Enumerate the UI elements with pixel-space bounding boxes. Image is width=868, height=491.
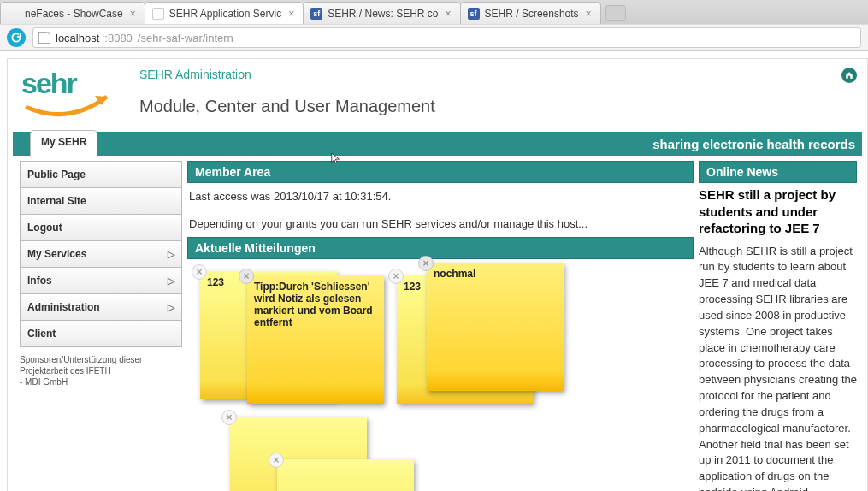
sidebar-item-label: Logout (27, 222, 62, 234)
close-icon[interactable]: × (239, 269, 254, 284)
sidebar: Public PageInternal SiteLogoutMy Service… (20, 161, 182, 491)
close-icon[interactable]: × (128, 8, 138, 20)
close-icon[interactable]: × (418, 256, 434, 271)
browser-tab[interactable]: sf SEHR / News: SEHR co × (303, 2, 460, 24)
app-frame: sehr SEHR Administration Module, Center … (7, 58, 868, 491)
close-icon[interactable]: × (192, 264, 207, 280)
chevron-right-icon: ▷ (168, 275, 174, 287)
browser-tab[interactable]: neFaces - ShowCase × (0, 2, 145, 24)
tab-my-sehr[interactable]: My SEHR (30, 130, 97, 157)
browser-tab[interactable]: sf SEHR / Screenshots × (460, 2, 601, 24)
chevron-right-icon: ▷ (168, 302, 174, 313)
sticky-note[interactable]: × (277, 459, 414, 491)
browser-tab[interactable]: SEHR Application Servic × (145, 2, 304, 24)
close-icon[interactable]: × (286, 8, 296, 20)
admin-link[interactable]: SEHR Administration (139, 68, 435, 81)
favicon: sf (468, 8, 480, 20)
favicon (152, 8, 164, 20)
grants-text: Depending on your grants you can run SEH… (187, 210, 694, 238)
news-body: Although SEHR is still a project run by … (699, 244, 857, 492)
svg-text:sehr: sehr (21, 68, 78, 99)
sticky-note[interactable]: ×nochmal (427, 263, 564, 391)
main-column: Member Area Last access was 2013/10/17 a… (187, 161, 694, 491)
sidebar-item[interactable]: My Services▷ (21, 241, 181, 268)
chevron-right-icon: ▷ (168, 249, 174, 260)
sidebar-item-label: My Services (27, 248, 86, 260)
header: sehr SEHR Administration Module, Center … (13, 64, 862, 132)
close-icon[interactable]: × (444, 8, 453, 20)
news-column: Online News SEHR still a project by stud… (699, 161, 862, 491)
sidebar-item[interactable]: Public Page (21, 162, 181, 188)
url-path: /sehr-saf-war/intern (138, 32, 233, 44)
online-news-header: Online News (699, 161, 857, 183)
browser-tab-bar: neFaces - ShowCase × SEHR Application Se… (0, 0, 868, 24)
aktuelle-header: Aktuelle Mitteilungen (187, 237, 694, 259)
sponsor-text: Sponsoren/Unterstützung dieser Projektar… (20, 354, 182, 387)
sidebar-item-label: Client (27, 328, 56, 340)
close-icon[interactable]: × (584, 8, 593, 20)
note-text: Tipp:Durch 'Schliessen' wird Notiz als g… (254, 281, 377, 328)
sidebar-item[interactable]: Internal Site (21, 188, 181, 215)
favicon: sf (310, 8, 322, 20)
url-host: localhost (56, 32, 99, 44)
sidebar-item-label: Public Page (27, 169, 86, 180)
sticky-note[interactable]: ×Tipp:Durch 'Schliessen' wird Notiz als … (247, 275, 384, 404)
notes-board: ×123×××123×Tipp:Durch 'Schliessen' wird … (187, 263, 694, 491)
member-area-header: Member Area (187, 161, 694, 183)
sidebar-item-label: Infos (27, 275, 52, 287)
note-text: nochmal (434, 268, 557, 280)
columns: Public PageInternal SiteLogoutMy Service… (13, 156, 862, 491)
new-tab-button[interactable] (605, 5, 626, 21)
nav-tagline: sharing electronic health records (652, 137, 862, 151)
url-bar-row: localhost:8080/sehr-saf-war/intern (0, 24, 868, 51)
close-icon[interactable]: × (221, 410, 237, 425)
sidebar-item[interactable]: Client (21, 321, 181, 346)
sidebar-item[interactable]: Administration▷ (21, 294, 181, 321)
page-title: Module, Center and User Management (139, 97, 435, 116)
close-icon[interactable]: × (388, 269, 404, 284)
tab-label: SEHR / News: SEHR co (328, 8, 438, 20)
sidebar-item-label: Internal Site (27, 195, 86, 207)
tab-label: SEHR / Screenshots (485, 8, 579, 20)
last-access-text: Last access was 2013/10/17 at 10:31:54. (187, 183, 694, 210)
logo: sehr (21, 68, 133, 120)
close-icon[interactable]: × (269, 453, 284, 468)
nav-strip: My SEHR sharing electronic health record… (13, 132, 862, 156)
url-port: :8080 (104, 32, 133, 44)
page-icon (38, 32, 50, 44)
sidebar-item[interactable]: Logout (21, 215, 181, 241)
sidebar-item-label: Administration (27, 301, 100, 313)
reload-icon[interactable] (7, 28, 26, 47)
address-bar[interactable]: localhost:8080/sehr-saf-war/intern (32, 27, 861, 48)
sidebar-menu: Public PageInternal SiteLogoutMy Service… (20, 161, 182, 347)
sidebar-item[interactable]: Infos▷ (21, 268, 181, 294)
news-title: SEHR still a project by students and und… (699, 186, 857, 237)
tab-label: neFaces - ShowCase (25, 8, 123, 20)
favicon (8, 8, 20, 20)
tab-label: SEHR Application Servic (169, 8, 281, 20)
header-text: SEHR Administration Module, Center and U… (133, 68, 435, 116)
home-icon[interactable] (841, 68, 857, 83)
